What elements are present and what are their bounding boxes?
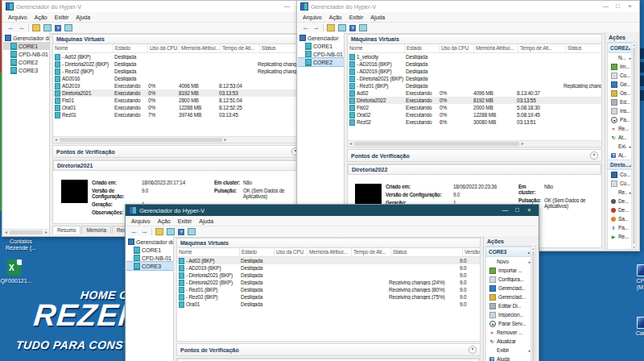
action-parar-servico[interactable]: ●Pa...: [608, 115, 632, 124]
vm-row-ad02bkp[interactable]: - Ad02 (BKP)Desligada9.0: [177, 257, 480, 264]
vm-row-diretoria2021bkp[interactable]: - Diretoria2021 (BKP)Desligada: [348, 75, 601, 82]
vm-row-diretoria2022bkp[interactable]: - Diretoria2022 (BKP)DesligadaReplicatin…: [53, 60, 303, 68]
scroll-thumb[interactable]: [10, 230, 43, 234]
actions-section-core2[interactable]: CORE2▴: [608, 43, 632, 53]
action-inspecionar-disco[interactable]: Ins...: [608, 106, 632, 115]
menu-item-exibir[interactable]: Exibir: [55, 15, 69, 20]
vm-row-rez01bkp[interactable]: - Rez01 (BKP)DesligadaReceiving changes …: [177, 286, 480, 293]
scroll-thumb[interactable]: [633, 48, 635, 244]
vm-row-1velocity[interactable]: 1_velocityDesligada: [348, 53, 601, 60]
vm-row-diretoria2022bkp[interactable]: - Diretoria2022 (BKP)DesligadaReceiving …: [177, 279, 480, 286]
scroll-down-icon[interactable]: ▾: [633, 245, 634, 249]
action-editar-disco[interactable]: Ed...: [608, 98, 632, 106]
scroll-left-icon[interactable]: ◂: [3, 230, 9, 235]
action-replicacao[interactable]: Re...▸: [608, 188, 632, 197]
action-parar-servico[interactable]: ●Parar Serv...: [486, 319, 531, 328]
menu-item-ação[interactable]: Ação: [158, 218, 171, 224]
collapse-icon[interactable]: ▴: [628, 46, 630, 51]
vm-row-fis01[interactable]: Fis01Executando0%2800 MB8.12:51:04: [53, 97, 303, 104]
column-header-2[interactable]: Uso da CPU: [275, 248, 308, 256]
menu-item-arquivo[interactable]: Arquivo: [8, 15, 27, 20]
tree-item-core3[interactable]: CORE3: [3, 66, 49, 74]
action-editar-disco[interactable]: Editar Di...: [486, 301, 531, 310]
action-ajuda[interactable]: ?Ajuda: [486, 355, 531, 361]
action-exibir[interactable]: Exi...▸: [608, 142, 632, 151]
help-icon[interactable]: ?: [55, 25, 61, 31]
action-ajuda[interactable]: ?Aj...: [608, 151, 632, 160]
tree-item-core2[interactable]: CORE2: [3, 58, 49, 66]
tree-item-cpd-nb-01[interactable]: CPD-NB-01: [3, 50, 49, 58]
vm-row-ad2016[interactable]: AD2016Desligada: [53, 75, 303, 82]
scroll-left-icon[interactable]: ◂: [348, 141, 353, 147]
action-inspecionar-disco[interactable]: Inspecion...: [486, 310, 531, 319]
console-icon[interactable]: [167, 228, 175, 235]
column-header-1[interactable]: Estado: [114, 44, 148, 52]
forward-icon[interactable]: →: [18, 24, 25, 31]
forward-icon[interactable]: →: [141, 228, 148, 235]
menu-item-ajuda[interactable]: Ajuda: [199, 218, 213, 224]
vm-row-ad2019bkp[interactable]: - AD2019 (BKP)Desligada9.0: [177, 264, 480, 272]
tree-item-core1[interactable]: CORE1: [126, 246, 173, 254]
desktop-icon-excel-label[interactable]: QF000121...: [0, 278, 32, 284]
forward-icon[interactable]: →: [312, 24, 320, 31]
vm-row-ad02bkp[interactable]: - Ad02 (BKP)Desligada: [53, 53, 303, 60]
rdp-shortcut-label-1[interactable]: CPD (M...: [634, 278, 644, 291]
close-button-icon[interactable]: ×: [624, 1, 636, 12]
action-gerenciador-comutador[interactable]: Gerenciad...: [486, 284, 531, 293]
column-header-3[interactable]: Memória Atribuí...: [308, 248, 352, 256]
action-remover-servidor[interactable]: ×Remover ...: [486, 328, 531, 337]
vm-row-ad2019bkp[interactable]: - AD2019 (BKP)Desligada: [348, 68, 601, 75]
vm-row-diretoria2022[interactable]: Diretoria2022Executando0%8192 MB03:13:55: [348, 97, 601, 104]
vm-row-rez02bkp[interactable]: - Rez02 (BKP)DesligadaReplicating change…: [53, 68, 303, 75]
scroll-right-icon[interactable]: ▸: [520, 141, 526, 147]
actions-section-core3[interactable]: CORE3▴: [486, 247, 531, 257]
collapse-chevron-icon[interactable]: ▾: [469, 346, 477, 354]
rdp-shortcut-label-2[interactable]: Car...: [634, 330, 644, 337]
column-header-5[interactable]: Status: [566, 44, 602, 52]
menu-item-ação[interactable]: Ação: [329, 15, 342, 20]
help-icon[interactable]: ?: [349, 25, 356, 31]
tree-item-core3[interactable]: CORE3: [126, 262, 173, 270]
action-atualizar[interactable]: ↻Atualizar: [486, 337, 531, 346]
action-configuracoes[interactable]: Co...: [608, 71, 632, 80]
maximize-button-icon[interactable]: □: [612, 1, 624, 12]
action-atualizar[interactable]: ↻At...: [608, 133, 632, 142]
actions-section-direto[interactable]: Direto...▴: [608, 160, 632, 170]
help-icon[interactable]: ?: [178, 229, 184, 235]
menu-item-exibir[interactable]: Exibir: [349, 15, 364, 20]
tree-item-core2[interactable]: CORE2: [298, 58, 344, 66]
menu-item-arquivo[interactable]: Arquivo: [131, 218, 151, 224]
vm-row-diretoria2021bkp[interactable]: - Diretoria2021 (BKP)Desligada9.0: [177, 272, 480, 279]
action-novo[interactable]: N...▸: [608, 53, 632, 62]
tree-item-core1[interactable]: CORE1: [3, 42, 49, 50]
action-configuracoes-vm[interactable]: Co...: [608, 179, 632, 188]
console-icon[interactable]: [188, 228, 196, 235]
checkpoints-bar[interactable]: Pontos de Verificação▾: [52, 145, 303, 158]
vm-row-diretoria2021[interactable]: Diretoria2021Executando0%8192 MB03:13:53: [53, 89, 303, 97]
back-icon[interactable]: ←: [130, 228, 138, 235]
export-icon[interactable]: [32, 24, 40, 31]
window-titlebar[interactable]: Gerenciador do Hyper-V—□×: [297, 1, 639, 12]
action-gerenciador-comutador[interactable]: Ge...: [608, 80, 632, 89]
tree-item-cpd-nb-01[interactable]: CPD-NB-01: [126, 254, 173, 262]
action-gerenciador-san[interactable]: Gerenciad...: [486, 293, 531, 301]
vm-row-rez02bkp[interactable]: - Rez02 (BKP)DesligadaReceiving changes …: [177, 293, 480, 301]
actions-scrollbar[interactable]: ▴▾: [631, 43, 636, 249]
scroll-right-icon[interactable]: ▸: [223, 137, 229, 143]
action-salvar[interactable]: Sa...: [608, 214, 632, 223]
tree-item-core1[interactable]: CORE1: [298, 42, 344, 50]
checkpoints-bar[interactable]: Pontos de Verificação▾: [176, 343, 481, 356]
action-conectar[interactable]: Co...: [608, 170, 632, 179]
rdp-shortcut-icon-2[interactable]: [637, 317, 644, 329]
minimize-button-icon[interactable]: —: [600, 1, 612, 12]
action-reiniciar[interactable]: ▶Re...: [608, 232, 632, 241]
scroll-up-icon[interactable]: ▴: [633, 43, 634, 47]
column-header-6[interactable]: Versão de ...: [463, 248, 481, 256]
column-header-4[interactable]: Tempo de Ati...: [518, 44, 566, 52]
column-header-2[interactable]: Uso da CPU: [148, 44, 180, 52]
action-desligar[interactable]: De...: [608, 197, 632, 205]
scroll-thumb[interactable]: [60, 138, 222, 142]
tree-item-root[interactable]: Gerenciador do H: [3, 34, 49, 42]
column-header-0[interactable]: Nome: [177, 248, 240, 256]
desktop-icon-contacts-label[interactable]: Contatos Rezende (...: [0, 239, 42, 251]
